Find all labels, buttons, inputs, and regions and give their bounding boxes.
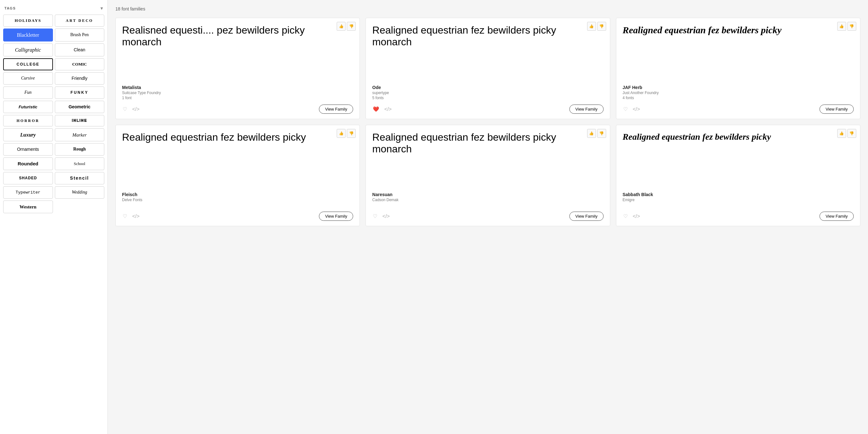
tag-btn-calligraphic[interactable]: Calligraphic — [3, 43, 53, 56]
like-btn-jaf-herb[interactable]: ♡ — [623, 105, 628, 113]
card-top-actions-naresuan: 👍 👎 — [587, 129, 606, 138]
tags-chevron-icon[interactable]: ▾ — [100, 6, 103, 11]
card-icons-metalista: ♡ </> — [122, 105, 140, 113]
font-count-placeholder — [372, 203, 603, 207]
thumbup-btn-sabbath-black[interactable]: 👍 — [837, 129, 846, 138]
thumbup-btn-ode[interactable]: 👍 — [587, 22, 596, 31]
thumbdown-btn-ode[interactable]: 👎 — [597, 22, 606, 31]
tag-btn-typewriter[interactable]: Typewriter — [3, 186, 53, 199]
card-bottom-actions-naresuan: ♡ </> View Family — [372, 212, 603, 221]
card-bottom-actions-jaf-herb: ♡ </> View Family — [623, 104, 854, 114]
view-family-btn-sabbath-black[interactable]: View Family — [819, 212, 854, 221]
card-icons-fleisch: ♡ </> — [122, 212, 140, 220]
tag-btn-clean[interactable]: Clean — [55, 43, 104, 56]
tag-btn-geometric[interactable]: Geometric — [55, 101, 104, 113]
tag-btn-school[interactable]: School — [55, 158, 104, 170]
font-card-naresuan: 👍 👎 Realigned equestrian fez bewilders p… — [366, 125, 610, 226]
tag-btn-rough[interactable]: Rough — [55, 143, 104, 156]
card-top-actions-metalista: 👍 👎 — [337, 22, 356, 31]
tag-btn-ornaments[interactable]: Ornaments — [3, 143, 53, 156]
thumbdown-btn-fleisch[interactable]: 👎 — [347, 129, 356, 138]
font-foundry-naresuan: Cadson Demak — [372, 198, 603, 202]
like-btn-ode[interactable]: ❤️ — [372, 105, 380, 113]
font-name-fleisch: Fleisch — [122, 192, 353, 197]
font-name-metalista: Metalista — [122, 85, 353, 90]
like-btn-sabbath-black[interactable]: ♡ — [623, 212, 628, 220]
embed-btn-jaf-herb[interactable]: </> — [632, 106, 641, 113]
tag-btn-blackletter[interactable]: Blackletter — [3, 29, 53, 41]
tag-btn-inline[interactable]: INLINE — [55, 115, 104, 126]
tags-grid: HOLIDAYSART DECOBlackletterBrush PenCall… — [3, 14, 104, 213]
font-card-fleisch: 👍 👎 Realigned equestrian fez bewilders p… — [115, 125, 360, 226]
tag-btn-artdeco[interactable]: ART DECO — [55, 14, 104, 27]
embed-btn-fleisch[interactable]: </> — [131, 213, 140, 220]
thumbdown-btn-metalista[interactable]: 👎 — [347, 22, 356, 31]
thumbdown-btn-jaf-herb[interactable]: 👎 — [847, 22, 856, 31]
tag-btn-wedding[interactable]: Wedding — [55, 186, 104, 199]
card-top-actions-fleisch: 👍 👎 — [337, 129, 356, 138]
font-preview-jaf-herb: Realigned equestrian fez bewilders picky — [623, 24, 854, 80]
card-icons-sabbath-black: ♡ </> — [623, 212, 641, 220]
tag-btn-comic[interactable]: COMIC — [55, 58, 104, 70]
tag-btn-western[interactable]: Western — [3, 201, 53, 213]
font-grid: 👍 👎 Realisned equesti.... pez bewilders … — [115, 18, 860, 226]
font-foundry-jaf-herb: Just Another Foundry — [623, 91, 854, 95]
font-count-ode: 5 fonts — [372, 96, 603, 100]
tags-header: TAGS ▾ — [3, 3, 104, 14]
main-content: 18 font families 👍 👎 Realisned equesti..… — [108, 0, 868, 434]
card-bottom-actions-ode: ❤️ </> View Family — [372, 104, 603, 114]
card-icons-ode: ❤️ </> — [372, 105, 392, 113]
view-family-btn-metalista[interactable]: View Family — [319, 104, 353, 114]
font-count-jaf-herb: 4 fonts — [623, 96, 854, 100]
font-preview-ode: Realigned equestrian fez bewilders picky… — [372, 24, 603, 80]
font-name-jaf-herb: JAF Herb — [623, 85, 854, 90]
tag-btn-funky[interactable]: FUNKY — [55, 87, 104, 99]
font-count-placeholder — [122, 203, 353, 207]
font-count-placeholder — [623, 203, 854, 207]
embed-btn-metalista[interactable]: </> — [131, 106, 140, 113]
card-top-actions-sabbath-black: 👍 👎 — [837, 129, 856, 138]
tag-btn-shaded[interactable]: SHADED — [3, 172, 53, 185]
tag-btn-friendly[interactable]: Friendly — [55, 72, 104, 85]
like-btn-fleisch[interactable]: ♡ — [122, 212, 128, 220]
tag-btn-holidays[interactable]: HOLIDAYS — [3, 14, 53, 27]
thumbup-btn-jaf-herb[interactable]: 👍 — [837, 22, 846, 31]
tag-btn-horror[interactable]: HORROR — [3, 115, 53, 126]
thumbup-btn-fleisch[interactable]: 👍 — [337, 129, 346, 138]
card-bottom-actions-sabbath-black: ♡ </> View Family — [623, 212, 854, 221]
thumbup-btn-metalista[interactable]: 👍 — [337, 22, 346, 31]
like-btn-metalista[interactable]: ♡ — [122, 105, 128, 113]
card-icons-jaf-herb: ♡ </> — [623, 105, 641, 113]
embed-btn-ode[interactable]: </> — [383, 106, 392, 113]
embed-btn-naresuan[interactable]: </> — [382, 213, 390, 220]
tag-btn-stencil[interactable]: Stencil — [55, 172, 104, 185]
embed-btn-sabbath-black[interactable]: </> — [632, 213, 641, 220]
tag-btn-futuristic[interactable]: Futuristic — [3, 101, 53, 113]
view-family-btn-naresuan[interactable]: View Family — [569, 212, 603, 221]
thumbup-btn-naresuan[interactable]: 👍 — [587, 129, 596, 138]
font-foundry-sabbath-black: Emigre — [623, 198, 854, 202]
font-preview-metalista: Realisned equesti.... pez bewilders pick… — [122, 24, 353, 80]
tag-btn-college[interactable]: COLLEGE — [3, 58, 53, 70]
font-card-ode: 👍 👎 Realigned equestrian fez bewilders p… — [366, 18, 610, 119]
thumbdown-btn-sabbath-black[interactable]: 👎 — [847, 129, 856, 138]
tag-btn-brushpen[interactable]: Brush Pen — [55, 29, 104, 41]
tag-btn-cursive[interactable]: Cursive — [3, 72, 53, 85]
view-family-btn-fleisch[interactable]: View Family — [319, 212, 353, 221]
font-count-metalista: 1 font — [122, 96, 353, 100]
tag-btn-fun[interactable]: Fun — [3, 87, 53, 99]
font-preview-fleisch: Realigned equestrian fez bewilders picky — [122, 131, 353, 188]
font-name-sabbath-black: Sabbath Black — [623, 192, 854, 197]
card-bottom-actions-fleisch: ♡ </> View Family — [122, 212, 353, 221]
thumbdown-btn-naresuan[interactable]: 👎 — [597, 129, 606, 138]
view-family-btn-jaf-herb[interactable]: View Family — [819, 104, 854, 114]
like-btn-naresuan[interactable]: ♡ — [372, 212, 378, 220]
tag-btn-marker[interactable]: Marker — [55, 128, 104, 141]
font-card-sabbath-black: 👍 👎 Realigned equestrian fez bewilders p… — [616, 125, 860, 226]
card-icons-naresuan: ♡ </> — [372, 212, 390, 220]
font-preview-sabbath-black: Realigned equestrian fez bewilders picky — [623, 131, 854, 188]
view-family-btn-ode[interactable]: View Family — [569, 104, 603, 114]
font-foundry-fleisch: Delve Fonts — [122, 198, 353, 202]
tag-btn-luxury[interactable]: Luxury — [3, 128, 53, 141]
tag-btn-rounded[interactable]: Rounded — [3, 158, 53, 170]
